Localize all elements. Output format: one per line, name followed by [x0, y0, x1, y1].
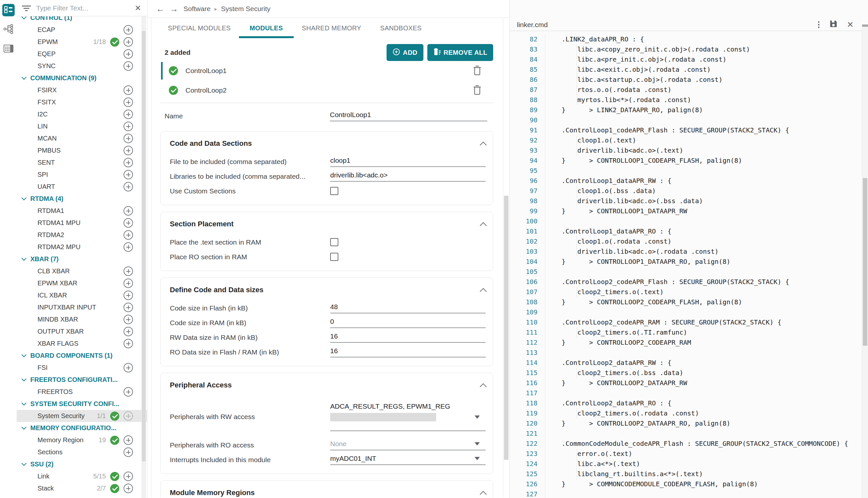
sidebar-item-xbar-flags[interactable]: XBAR FLAGS — [17, 338, 147, 350]
sidebar-scrollbar[interactable] — [141, 16, 146, 498]
add-instance-icon[interactable] — [123, 146, 133, 155]
sidebar-item-freertos[interactable]: FREERTOS — [17, 386, 147, 398]
add-instance-icon[interactable] — [123, 411, 133, 421]
add-instance-icon[interactable] — [123, 134, 133, 143]
add-instance-icon[interactable] — [123, 315, 133, 324]
sidebar-item-sync[interactable]: SYNC — [17, 60, 147, 72]
add-instance-icon[interactable] — [123, 218, 133, 228]
add-instance-icon[interactable] — [123, 303, 133, 312]
checkbox[interactable] — [330, 238, 338, 246]
add-instance-icon[interactable] — [123, 363, 133, 372]
collapse-icon[interactable] — [480, 142, 487, 148]
sidebar-item-fsitx[interactable]: FSITX — [17, 96, 147, 108]
text-input[interactable]: 48 — [330, 303, 486, 313]
sidebar-group-0[interactable]: CONTROL (1) — [17, 16, 147, 24]
sidebar-group-32[interactable]: SYSTEM SECURITY CONFI... — [17, 398, 147, 410]
add-instance-icon[interactable] — [123, 472, 133, 481]
add-instance-icon[interactable] — [123, 170, 133, 179]
dropdown[interactable]: None — [330, 440, 486, 450]
sidebar-item-mindb-xbar[interactable]: MINDB XBAR — [17, 313, 147, 326]
add-instance-icon[interactable] — [123, 435, 133, 445]
add-button[interactable]: ADD — [386, 44, 423, 61]
sidebar-item-rtdma1[interactable]: RTDMA1 — [17, 205, 147, 217]
sidebar-item-output-xbar[interactable]: OUTPUT XBAR — [17, 326, 147, 338]
tab-special-modules[interactable]: SPECIAL MODULES — [168, 18, 231, 38]
add-instance-icon[interactable] — [123, 447, 133, 457]
checkbox[interactable] — [330, 187, 338, 195]
sidebar-item-mcan[interactable]: MCAN — [17, 132, 147, 144]
sidebar-item-inputxbar-input[interactable]: INPUTXBAR INPUT — [17, 301, 147, 313]
panel-scrollbar[interactable] — [504, 31, 508, 498]
checkbox[interactable] — [330, 253, 338, 261]
registers-view-button[interactable] — [2, 43, 15, 55]
instance-row-controlloop1[interactable]: ControlLoop1 — [160, 61, 493, 81]
sidebar-item-link[interactable]: Link5/15 — [17, 470, 147, 482]
sidebar-item-fsi[interactable]: FSI — [17, 362, 147, 374]
editor-scrollbar[interactable] — [862, 25, 868, 498]
text-input[interactable]: cloop1 — [330, 157, 486, 167]
text-input[interactable]: 16 — [330, 347, 486, 357]
tab-shared-memory[interactable]: SHARED MEMORY — [302, 18, 361, 38]
collapse-icon[interactable] — [480, 383, 487, 390]
sidebar-item-epwm[interactable]: EPWM1/18 — [17, 36, 147, 48]
add-instance-icon[interactable] — [123, 158, 133, 167]
filter-input[interactable] — [36, 4, 133, 12]
add-instance-icon[interactable] — [123, 109, 133, 119]
sidebar-group-30[interactable]: FREERTOS CONFIGURATI... — [17, 374, 147, 386]
text-input[interactable]: 16 — [330, 332, 486, 343]
add-instance-icon[interactable] — [123, 339, 133, 348]
sidebar-item-spi[interactable]: SPI — [17, 169, 147, 181]
clear-filter-icon[interactable]: ✕ — [133, 3, 143, 13]
delete-instance-icon[interactable] — [472, 65, 482, 77]
add-instance-icon[interactable] — [123, 230, 133, 240]
add-instance-icon[interactable] — [123, 266, 133, 276]
sidebar-item-sent[interactable]: SENT — [17, 157, 147, 169]
collapse-icon[interactable] — [480, 222, 487, 229]
modules-view-button[interactable] — [2, 4, 15, 16]
add-instance-icon[interactable] — [123, 25, 133, 35]
sidebar-item-sections[interactable]: Sections — [17, 446, 147, 458]
delete-instance-icon[interactable] — [472, 84, 482, 96]
sidebar-item-epwm-xbar[interactable]: EPWM XBAR — [17, 277, 147, 289]
add-instance-icon[interactable] — [123, 242, 133, 252]
collapse-icon[interactable] — [480, 491, 487, 498]
sidebar-group-34[interactable]: MEMORY CONFIGURATIO... — [17, 422, 147, 434]
sidebar-item-icl-xbar[interactable]: ICL XBAR — [17, 289, 147, 301]
add-instance-icon[interactable] — [123, 206, 133, 215]
more-options-icon[interactable] — [817, 21, 820, 29]
sidebar-item-eqep[interactable]: EQEP — [17, 48, 147, 60]
sidebar-item-ecap[interactable]: ECAP — [17, 24, 147, 36]
add-instance-icon[interactable] — [123, 61, 133, 71]
add-instance-icon[interactable] — [123, 182, 133, 192]
sidebar-group-20[interactable]: XBAR (7) — [17, 253, 147, 265]
sidebar-item-system-security[interactable]: System Security1/1 — [17, 410, 147, 422]
text-input[interactable]: driverlib.lib<adc.o> — [330, 171, 486, 182]
sidebar-item-fsirx[interactable]: FSIRX — [17, 84, 147, 96]
sidebar-item-i2c[interactable]: I2C — [17, 108, 147, 120]
add-instance-icon[interactable] — [123, 49, 133, 59]
sidebar-group-37[interactable]: SSU (2) — [17, 458, 147, 470]
sidebar-item-lin[interactable]: LIN — [17, 120, 147, 132]
outline-view-button[interactable] — [2, 24, 15, 36]
add-instance-icon[interactable] — [123, 327, 133, 336]
forward-icon[interactable]: → — [170, 4, 178, 13]
multiselect-dropdown[interactable]: ADCA_RESULT_REGS, EPWM1_REG — [330, 403, 486, 431]
sidebar-item-pmbus[interactable]: PMBUS — [17, 144, 147, 157]
tab-sandboxes[interactable]: SANDBOXES — [380, 18, 421, 38]
tab-modules[interactable]: MODULES — [250, 18, 283, 38]
sidebar-item-memory-region[interactable]: Memory Region19 — [17, 434, 147, 446]
remove-all-button[interactable]: REMOVE ALL — [427, 44, 493, 61]
sidebar-group-28[interactable]: BOARD COMPONENTS (1) — [17, 350, 147, 362]
instance-row-controlloop2[interactable]: ControlLoop2 — [160, 81, 493, 100]
add-instance-icon[interactable] — [123, 122, 133, 131]
sidebar-group-40[interactable]: TI DRIVER PORTING LAYE... — [17, 495, 147, 498]
sidebar-item-rtdma2-mpu[interactable]: RTDMA2 MPU — [17, 241, 147, 253]
sidebar-group-15[interactable]: RTDMA (4) — [17, 193, 147, 205]
add-instance-icon[interactable] — [123, 86, 133, 95]
collapse-icon[interactable] — [480, 288, 487, 295]
name-input[interactable]: ControlLoop1 — [330, 111, 487, 121]
add-instance-icon[interactable] — [123, 484, 133, 493]
add-instance-icon[interactable] — [123, 278, 133, 288]
add-instance-icon[interactable] — [123, 37, 133, 47]
add-instance-icon[interactable] — [123, 97, 133, 107]
